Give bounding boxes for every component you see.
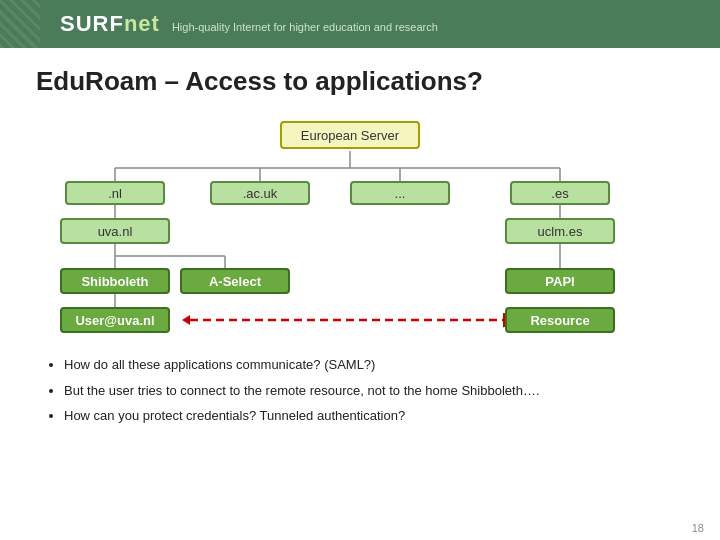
resource-node: Resource bbox=[505, 307, 615, 333]
diagram: European Server .nl .ac.uk ... .es uva.n… bbox=[40, 113, 680, 343]
papi-node: PAPI bbox=[505, 268, 615, 294]
nl-node: .nl bbox=[65, 181, 165, 205]
european-server-node: European Server bbox=[280, 121, 420, 149]
header-decoration bbox=[0, 0, 40, 48]
bullet-item-3: How can you protect credentials? Tunnele… bbox=[64, 406, 684, 426]
logo-net-text: net bbox=[124, 11, 160, 36]
bullet-list: How do all these applications communicat… bbox=[36, 355, 684, 426]
logo-surf: SURFnet bbox=[60, 11, 160, 37]
user-node: User@uva.nl bbox=[60, 307, 170, 333]
uvanl-node: uva.nl bbox=[60, 218, 170, 244]
es-node: .es bbox=[510, 181, 610, 205]
logo-surf-text: SURF bbox=[60, 11, 124, 36]
header-tagline: High-quality Internet for higher educati… bbox=[172, 21, 438, 33]
svg-marker-15 bbox=[182, 315, 190, 325]
page-number: 18 bbox=[692, 522, 704, 534]
acuk-node: .ac.uk bbox=[210, 181, 310, 205]
page-title: EduRoam – Access to applications? bbox=[36, 66, 684, 97]
shibboleth-node: Shibboleth bbox=[60, 268, 170, 294]
bullet-item-1: How do all these applications communicat… bbox=[64, 355, 684, 375]
aselect-node: A-Select bbox=[180, 268, 290, 294]
main-content: EduRoam – Access to applications? bbox=[0, 48, 720, 442]
uclmes-node: uclm.es bbox=[505, 218, 615, 244]
header: SURFnet High-quality Internet for higher… bbox=[0, 0, 720, 48]
ellipsis-node: ... bbox=[350, 181, 450, 205]
bullet-item-2: But the user tries to connect to the rem… bbox=[64, 381, 684, 401]
